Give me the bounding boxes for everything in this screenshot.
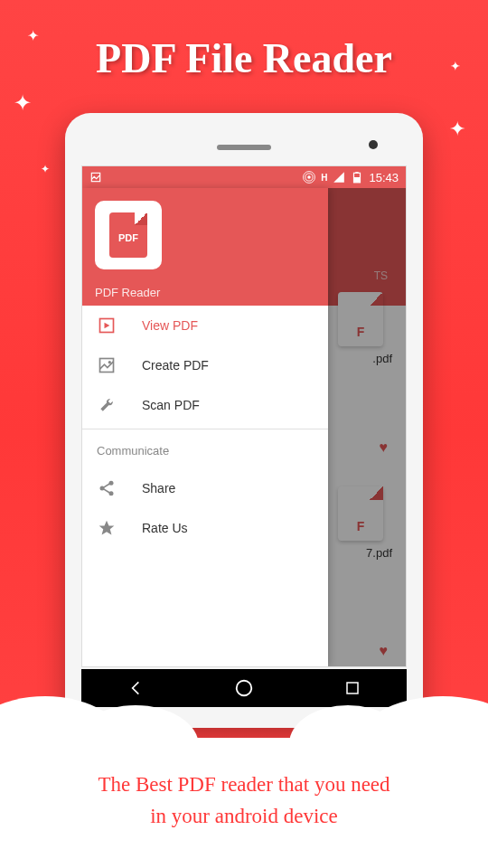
image-icon: [97, 355, 117, 375]
phone-earpiece-area: [81, 129, 407, 165]
sparkle-icon: ✦: [449, 118, 465, 141]
drawer-title: PDF Reader: [95, 286, 315, 299]
network-type-label: H: [321, 173, 327, 183]
phone-screen: H 15:43 TS F .pdf ♥ F 7.pdf: [81, 165, 407, 667]
drawer-header: PDF PDF Reader: [82, 188, 328, 306]
svg-line-13: [104, 484, 110, 487]
sparkle-icon: ✦: [14, 90, 32, 116]
menu-item-scan-pdf[interactable]: Scan PDF: [82, 385, 328, 425]
speaker-icon: [217, 145, 271, 150]
status-bar: H 15:43: [82, 166, 406, 188]
svg-rect-5: [354, 177, 361, 183]
menu-section-label: Communicate: [82, 433, 328, 468]
battery-icon: [351, 171, 363, 184]
play-frame-icon: [97, 316, 117, 335]
svg-rect-0: [91, 173, 99, 181]
menu-item-label: Scan PDF: [142, 398, 200, 412]
signal-icon: [333, 171, 345, 184]
menu-item-label: View PDF: [142, 318, 198, 333]
sparkle-icon: ✦: [41, 163, 50, 175]
screenshot-icon: [89, 171, 102, 184]
menu-item-label: Create PDF: [142, 358, 209, 373]
wrench-icon: [97, 395, 117, 415]
menu-item-rate-us[interactable]: Rate Us: [82, 508, 328, 548]
svg-point-9: [108, 361, 111, 363]
share-icon: [97, 478, 117, 498]
app-icon: PDF: [95, 201, 162, 269]
camera-icon: [369, 140, 378, 149]
svg-point-1: [307, 175, 311, 179]
divider: [82, 429, 328, 429]
menu-item-label: Share: [142, 481, 175, 495]
menu-item-share[interactable]: Share: [82, 468, 328, 508]
menu-item-label: Rate Us: [142, 521, 188, 535]
clock-label: 15:43: [369, 171, 399, 184]
menu-item-create-pdf[interactable]: Create PDF: [82, 345, 328, 385]
hotspot-icon: [303, 171, 315, 184]
promo-tagline: The Best PDF reader that you need in you…: [0, 769, 488, 832]
phone-mockup: H 15:43 TS F .pdf ♥ F 7.pdf: [65, 113, 423, 728]
svg-rect-6: [356, 172, 360, 173]
promo-title: PDF File Reader: [0, 34, 488, 82]
navigation-drawer: PDF PDF Reader View PDF Create PDF: [82, 188, 328, 666]
star-icon: [97, 518, 117, 538]
svg-line-14: [104, 489, 110, 493]
svg-rect-8: [100, 359, 114, 373]
menu-item-view-pdf[interactable]: View PDF: [82, 306, 328, 345]
